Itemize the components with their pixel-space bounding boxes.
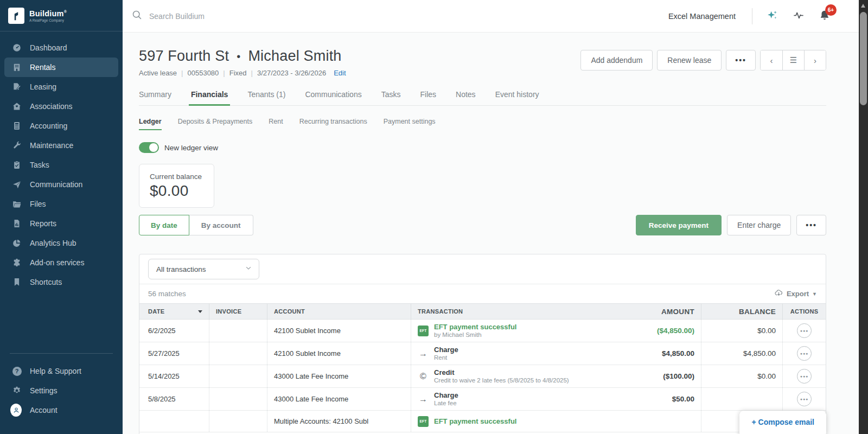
lease-meta-item: Active lease (139, 69, 177, 77)
ledger-controls: By date By account Receive payment Enter… (139, 215, 826, 235)
subtab-ledger[interactable]: Ledger (139, 118, 162, 130)
sidebar-nav: DashboardRentalsLeasingAssociationsAccou… (0, 38, 123, 292)
header-more-button[interactable]: ••• (726, 50, 756, 71)
by-account-button[interactable]: By account (189, 215, 253, 235)
cell-invoice (209, 411, 267, 432)
search-input[interactable] (149, 12, 377, 21)
sidebar-item-leasing[interactable]: Leasing (4, 77, 118, 97)
sidebar-item-account[interactable]: Account (4, 400, 118, 420)
credit-icon: © (418, 372, 429, 381)
transaction-type-link[interactable]: EFT payment successful (434, 417, 516, 425)
sidebar-item-maintenance[interactable]: Maintenance (4, 136, 118, 155)
lease-list-button[interactable]: ☰ (782, 50, 804, 70)
sidebar-item-accounting[interactable]: Accounting (4, 116, 118, 136)
transaction-type: Charge (434, 346, 458, 354)
column-header-date[interactable]: DATE (139, 304, 209, 319)
new-ledger-view-toggle[interactable] (139, 142, 159, 153)
sidebar-item-reports[interactable]: Reports (4, 214, 118, 233)
pulse-icon (793, 9, 805, 23)
tab-summary[interactable]: Summary (139, 90, 171, 105)
tab-tenants-1[interactable]: Tenants (1) (247, 90, 285, 105)
row-actions-button[interactable]: ●●● (797, 369, 812, 384)
chevron-down-icon (245, 264, 252, 274)
current-balance-card: Current balance $0.00 (139, 164, 214, 208)
add-addendum-button[interactable]: Add addendum (580, 50, 653, 71)
sidebar-item-files[interactable]: Files (4, 194, 118, 214)
cell-date (139, 411, 209, 432)
tab-files[interactable]: Files (420, 90, 436, 105)
brand-logo[interactable]: Buildium® A RealPage Company (0, 0, 123, 31)
accounting-icon (12, 121, 22, 131)
brand-tagline: A RealPage Company (29, 18, 67, 22)
main-tabs: SummaryFinancialsTenants (1)Communicatio… (139, 90, 826, 106)
ledger-more-button[interactable]: ••• (796, 215, 826, 235)
sidebar-item-help-support[interactable]: ?Help & Support (4, 361, 118, 381)
ai-assistant-button[interactable] (767, 9, 778, 23)
main-content: 597 Fourth St•Michael Smith Active lease… (123, 33, 859, 434)
sidebar-item-label: Help & Support (30, 367, 81, 375)
tab-event-history[interactable]: Event history (495, 90, 539, 105)
sort-desc-icon (198, 310, 202, 313)
cell-date: 6/2/2025 (139, 320, 209, 342)
cell-actions: ●●● (782, 320, 826, 342)
by-date-button[interactable]: By date (139, 215, 189, 235)
renew-lease-button[interactable]: Renew lease (657, 50, 722, 71)
ellipsis-icon: ●●● (800, 329, 809, 333)
buildium-logo-icon (8, 8, 24, 24)
compose-email-button[interactable]: + Compose email (739, 411, 826, 434)
sidebar-item-tasks[interactable]: Tasks (4, 155, 118, 175)
transaction-type-link[interactable]: EFT payment successful (434, 323, 516, 331)
export-button[interactable]: Export ▼ (774, 289, 817, 299)
enter-charge-button[interactable]: Enter charge (727, 215, 791, 235)
header-actions: Add addendum Renew lease ••• ‹ ☰ › (580, 50, 826, 71)
next-lease-button[interactable]: › (804, 50, 826, 70)
scrollbar-up-arrow-icon[interactable] (861, 4, 865, 8)
notifications-button[interactable]: 6+ (819, 9, 831, 23)
sidebar-item-communication[interactable]: Communication (4, 175, 118, 194)
transaction-filter-select[interactable]: All transactions (148, 259, 259, 279)
ellipsis-icon: ●●● (800, 374, 809, 378)
associations-icon (12, 101, 22, 111)
scrollbar-thumb[interactable] (860, 12, 867, 105)
edit-lease-link[interactable]: Edit (334, 69, 346, 77)
tab-notes[interactable]: Notes (456, 90, 476, 105)
cell-amount: ($100.00) (636, 365, 701, 387)
sidebar-item-associations[interactable]: Associations (4, 97, 118, 116)
previous-lease-button[interactable]: ‹ (761, 50, 782, 70)
table-header: DATEINVOICEACCOUNTTRANSACTIONAMOUNTBALAN… (139, 303, 826, 320)
sidebar-item-label: Leasing (30, 82, 56, 91)
balance-value: $0.00 (150, 182, 214, 200)
tab-communications[interactable]: Communications (305, 90, 361, 105)
subtab-rent[interactable]: Rent (269, 118, 283, 130)
notification-badge: 6+ (825, 4, 837, 16)
sidebar-item-dashboard[interactable]: Dashboard (4, 38, 118, 58)
scrollbar-track[interactable] (859, 0, 868, 434)
tab-tasks[interactable]: Tasks (381, 90, 401, 105)
cell-account: 43000 Late Fee Income (267, 388, 411, 410)
sidebar-footer: ?Help & SupportSettingsAccount (0, 353, 123, 420)
sidebar-item-shortcuts[interactable]: Shortcuts (4, 272, 118, 292)
row-actions-button[interactable]: ●●● (797, 346, 812, 361)
row-actions-button[interactable]: ●●● (797, 392, 812, 406)
activity-button[interactable] (793, 9, 805, 23)
table-row: 5/27/202542100 Sublet Income→ChargeRent$… (139, 342, 826, 365)
subtab-recurring-transactions[interactable]: Recurring transactions (299, 118, 367, 130)
sidebar-item-settings[interactable]: Settings (4, 381, 118, 400)
sidebar-item-analytics-hub[interactable]: Analytics Hub (4, 233, 118, 253)
eft-badge-icon: EFT (418, 326, 429, 336)
receive-payment-button[interactable]: Receive payment (636, 215, 722, 235)
cell-actions: ●●● (782, 342, 826, 365)
sidebar-item-add-on-services[interactable]: Add-on services (4, 253, 118, 272)
tab-financials[interactable]: Financials (191, 90, 228, 105)
subtab-deposits-prepayments[interactable]: Deposits & Prepayments (178, 118, 253, 130)
subtab-payment-settings[interactable]: Payment settings (384, 118, 436, 130)
sidebar-item-rentals[interactable]: Rentals (4, 58, 118, 77)
cell-balance: $0.00 (701, 320, 782, 342)
row-actions-button[interactable]: ●●● (797, 323, 812, 338)
cell-amount: $50.00 (636, 388, 701, 410)
divider: | (223, 69, 225, 77)
toggle-knob (149, 143, 158, 152)
lease-meta-items: Active lease|00553080|Fixed|3/27/2023 - … (139, 69, 326, 77)
ellipsis-icon: ●●● (800, 352, 809, 355)
sidebar-item-label: Tasks (30, 161, 49, 169)
